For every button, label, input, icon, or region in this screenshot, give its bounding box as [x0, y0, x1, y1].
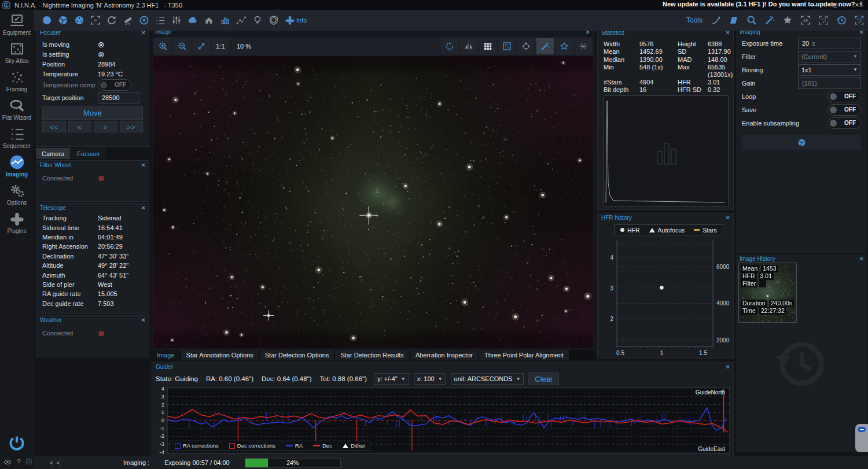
- tab-aberration-inspector[interactable]: Aberration Inspector: [410, 350, 478, 360]
- safety-monitor-icon[interactable]: [236, 15, 247, 25]
- sidebar-item-sequencer[interactable]: Sequencer: [0, 123, 34, 152]
- switches-icon[interactable]: [171, 15, 182, 25]
- image-history-icon[interactable]: [836, 15, 847, 25]
- star-field-image[interactable]: [153, 56, 593, 348]
- tab-three-point-polar-alignment[interactable]: Three Point Polar Alignment: [479, 350, 569, 360]
- weather-icon[interactable]: [187, 15, 198, 25]
- legend-ra-corrections[interactable]: RA corrections: [175, 442, 219, 449]
- legend-dec[interactable]: Dec: [313, 442, 332, 449]
- legend-dec-corrections[interactable]: Dec corrections: [229, 442, 275, 449]
- sidebar-item-options[interactable]: Options: [0, 180, 34, 208]
- filter-wheel-icon[interactable]: [58, 15, 68, 25]
- imaging-icon: [9, 154, 25, 170]
- sidebar-item-imaging[interactable]: Imaging: [0, 152, 34, 180]
- filter-positions-icon[interactable]: [74, 15, 84, 25]
- legend-autofocus[interactable]: Autofocus: [649, 227, 685, 234]
- fit-screen-icon[interactable]: [193, 38, 210, 54]
- shield-icon[interactable]: [269, 15, 279, 25]
- flip-image-icon[interactable]: [460, 38, 477, 54]
- collapse-button[interactable]: < <: [50, 459, 61, 466]
- close-button[interactable]: ✕: [846, 0, 868, 10]
- close-icon[interactable]: ✕: [859, 256, 864, 262]
- sequence-list-icon[interactable]: [155, 15, 165, 25]
- target-position-input[interactable]: 28500: [98, 92, 139, 104]
- tab-focuser[interactable]: Focuser: [71, 148, 106, 159]
- flat-device-icon[interactable]: [220, 15, 230, 25]
- sidebar-item-flat-wizard[interactable]: Flat Wizard: [0, 95, 34, 123]
- sidebar-item-plugins[interactable]: Plugins: [0, 208, 34, 237]
- close-icon[interactable]: ✕: [141, 205, 146, 211]
- tab-image[interactable]: Image: [152, 350, 180, 360]
- focuser-step-button-0[interactable]: <<: [42, 121, 66, 132]
- sidebar-item-framing[interactable]: Framing: [0, 67, 34, 95]
- clear-button[interactable]: Clear: [528, 372, 559, 385]
- focuser-step-button-2[interactable]: >: [94, 121, 117, 132]
- light-icon[interactable]: [252, 15, 263, 25]
- star-box-icon[interactable]: [854, 15, 865, 25]
- focuser-step-button-1[interactable]: <: [68, 121, 92, 132]
- star-detection-icon[interactable]: [556, 38, 573, 54]
- auto-stretch-icon[interactable]: [536, 38, 554, 54]
- legend-dither[interactable]: Dither: [343, 442, 365, 449]
- plate-solve-icon[interactable]: [746, 15, 757, 25]
- binning-dropdown[interactable]: 1x1▼: [798, 64, 861, 76]
- flat-panel-icon[interactable]: [729, 15, 739, 25]
- guider-icon[interactable]: [139, 15, 149, 25]
- exposure-input[interactable]: 20s: [798, 38, 861, 49]
- info-label[interactable]: Info: [296, 17, 307, 24]
- zoom-out-icon[interactable]: [174, 38, 191, 54]
- one-to-one-button[interactable]: 1:1: [212, 38, 229, 54]
- pixel-grid-icon[interactable]: [479, 38, 496, 54]
- focus-targets-icon[interactable]: [818, 15, 829, 25]
- autofocus-icon[interactable]: AF: [800, 15, 811, 25]
- camera-icon[interactable]: [42, 15, 52, 25]
- slew-icon[interactable]: [711, 15, 721, 25]
- close-icon[interactable]: ✕: [141, 162, 146, 168]
- rotate-image-icon[interactable]: [441, 38, 458, 54]
- rotator-icon[interactable]: [106, 15, 117, 25]
- focuser-icon[interactable]: [90, 15, 101, 25]
- sidebar-item-equipment[interactable]: Equipment: [0, 10, 34, 38]
- zoom-in-icon[interactable]: [155, 38, 172, 54]
- move-button[interactable]: Move: [42, 106, 143, 120]
- close-icon[interactable]: ✕: [726, 215, 730, 221]
- remote-access-badge[interactable]: [855, 424, 868, 452]
- sidebar-item-sky-atlas[interactable]: Sky Atlas: [0, 38, 34, 67]
- crosshair-icon[interactable]: [517, 38, 535, 54]
- filter-dropdown[interactable]: (Current)▼: [798, 51, 861, 62]
- y-scale-dropdown[interactable]: y: +/-4"▼: [374, 373, 409, 385]
- favorites-star-icon[interactable]: [782, 15, 793, 25]
- tab-star-detection-options[interactable]: Star Detection Options: [260, 350, 334, 360]
- maximize-button[interactable]: ▢: [824, 0, 846, 10]
- dome-icon[interactable]: [204, 15, 214, 25]
- legend-ra[interactable]: RA: [286, 442, 303, 449]
- minimize-button[interactable]: —: [802, 0, 824, 10]
- eye-icon[interactable]: [3, 458, 12, 466]
- unit-dropdown[interactable]: unit: ARCSECONDS▼: [451, 373, 524, 385]
- x-scale-dropdown[interactable]: x: 100▼: [414, 373, 446, 385]
- start-capture-button[interactable]: [742, 135, 861, 150]
- telescope-icon[interactable]: [123, 15, 133, 25]
- diffraction-spikes-icon[interactable]: [575, 38, 592, 54]
- history-thumbnail[interactable]: Mean1453 HFR3.01 Filter Duration240.00s …: [738, 263, 797, 323]
- tab-star-annotation-options[interactable]: Star Annotation Options: [181, 350, 259, 360]
- subsampling-toggle[interactable]: OFF: [827, 117, 861, 129]
- plate-solve-overlay-icon[interactable]: [498, 38, 516, 54]
- save-toggle[interactable]: OFF: [827, 104, 861, 116]
- info-plugin-icon[interactable]: [285, 15, 295, 25]
- loop-toggle[interactable]: OFF: [827, 91, 861, 102]
- sky-wand-icon[interactable]: [764, 15, 775, 25]
- gain-input[interactable]: (101): [798, 77, 861, 89]
- close-icon[interactable]: ✕: [141, 317, 146, 323]
- legend-stars[interactable]: Stars: [694, 227, 717, 234]
- tab-star-detection-results[interactable]: Star Detection Results: [335, 350, 409, 360]
- power-button[interactable]: [0, 435, 34, 451]
- legend-hfr[interactable]: HFR: [620, 227, 640, 234]
- focuser-step-button-3[interactable]: >>: [120, 121, 144, 132]
- close-icon[interactable]: ✕: [726, 364, 730, 370]
- help-icon[interactable]: ?: [17, 458, 21, 466]
- about-info-icon[interactable]: ⓘ: [26, 457, 32, 466]
- tab-camera[interactable]: Camera: [36, 148, 70, 159]
- temp-comp-toggle[interactable]: OFF: [98, 79, 131, 91]
- tools-label[interactable]: Tools: [686, 16, 703, 24]
